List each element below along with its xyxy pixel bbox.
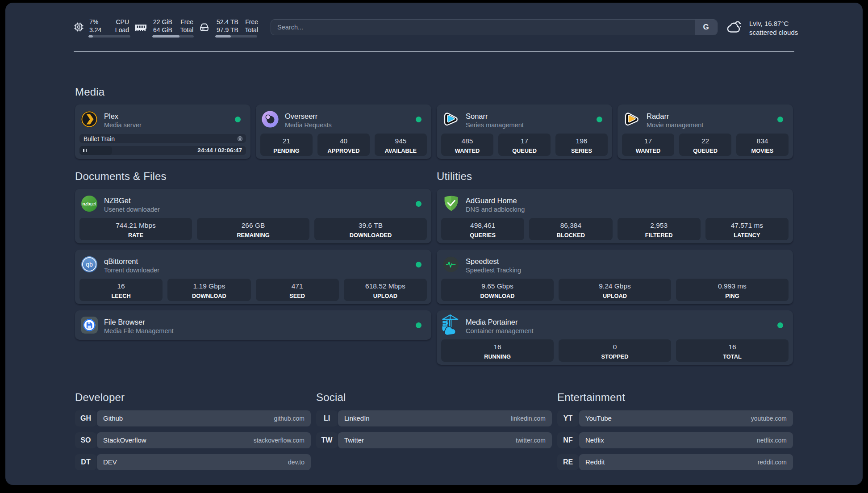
svg-text:qb: qb bbox=[86, 261, 93, 268]
svg-text:nzbget: nzbget bbox=[82, 201, 96, 206]
